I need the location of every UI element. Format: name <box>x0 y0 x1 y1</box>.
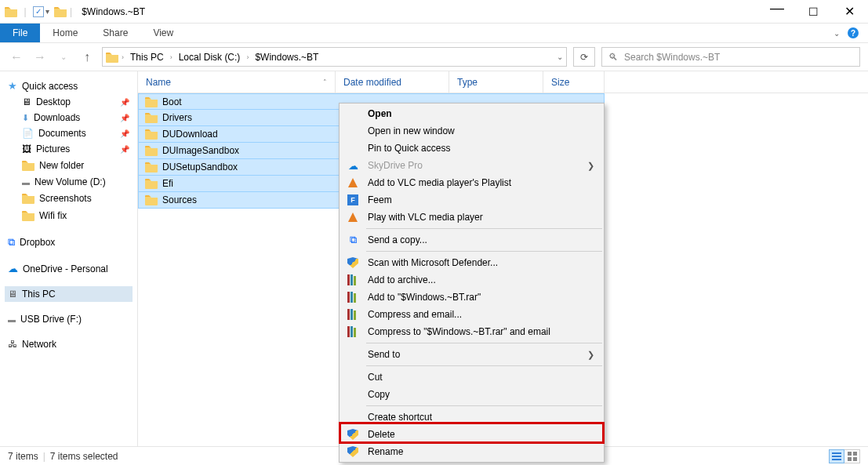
pin-icon: 📌 <box>120 129 129 138</box>
sidebar-item[interactable]: Wifi fix <box>5 207 133 224</box>
context-item[interactable]: FFeem <box>340 191 604 209</box>
qat-properties-icon[interactable]: ✓ <box>33 6 44 17</box>
context-item[interactable]: Cut <box>340 369 604 386</box>
dropbox-icon <box>8 236 15 249</box>
context-item[interactable]: Add to VLC media player's Playlist <box>340 174 604 191</box>
folder-icon <box>145 111 158 124</box>
context-item[interactable]: Compress and email... <box>340 306 604 323</box>
refresh-button[interactable]: ⟳ <box>573 47 595 67</box>
sidebar-item-label: New folder <box>39 160 84 171</box>
sidebar-dropbox[interactable]: Dropbox <box>5 234 133 251</box>
sidebar-usb-drive[interactable]: USB Drive (F:) <box>5 311 133 327</box>
cloud-icon <box>348 160 358 172</box>
context-item[interactable]: Scan with Microsoft Defender... <box>340 254 604 271</box>
sidebar-item-label: Wifi fix <box>39 210 67 221</box>
crumb-this-pc[interactable]: This PC <box>127 52 167 63</box>
sidebar-this-pc[interactable]: This PC <box>5 286 133 302</box>
sidebar-item[interactable]: Documents📌 <box>5 125 133 141</box>
blank-icon <box>346 124 360 138</box>
drive-icon <box>22 176 30 187</box>
maximize-button[interactable]: ☐ <box>805 5 821 18</box>
context-item-label: Copy <box>368 389 579 400</box>
context-item[interactable]: Open <box>340 105 604 122</box>
sidebar-item[interactable]: Desktop📌 <box>5 94 133 110</box>
sidebar-item[interactable]: Screenshots <box>5 190 133 207</box>
help-icon[interactable]: ? <box>848 27 859 38</box>
app-folder-icon <box>5 5 17 18</box>
sidebar-label: Quick access <box>22 81 78 92</box>
svg-rect-6 <box>853 457 857 461</box>
tab-home[interactable]: Home <box>40 24 90 42</box>
minimize-button[interactable]: — <box>769 0 785 16</box>
pic-icon <box>22 143 31 154</box>
address-bar[interactable]: › This PC › Local Disk (C:) › $Windows.~… <box>102 47 567 67</box>
crumb-sep-icon[interactable]: › <box>122 53 124 61</box>
sidebar-item[interactable]: New folder <box>5 157 133 174</box>
file-tab[interactable]: File <box>0 24 40 42</box>
context-item[interactable]: Open in new window <box>340 122 604 140</box>
column-date[interactable]: Date modified <box>336 71 449 93</box>
crumb-current[interactable]: $Windows.~BT <box>252 52 321 63</box>
uac-shield-icon <box>347 446 358 457</box>
context-separator <box>366 365 602 366</box>
crumb-local-disk[interactable]: Local Disk (C:) <box>176 52 244 63</box>
context-item-label: Delete <box>368 429 579 440</box>
context-item[interactable]: Rename <box>340 443 604 460</box>
sidebar-network[interactable]: Network <box>5 336 133 352</box>
file-name: Drivers <box>162 112 192 123</box>
context-item[interactable]: Pin to Quick access <box>340 140 604 157</box>
sidebar-item[interactable]: Pictures📌 <box>5 141 133 157</box>
recent-locations-icon[interactable]: ⌄ <box>55 53 72 61</box>
column-name[interactable]: Name ˄ <box>138 71 336 93</box>
pc-icon <box>8 289 17 300</box>
context-item-label: Feem <box>368 194 579 205</box>
archive-icon <box>347 292 358 303</box>
context-item[interactable]: Play with VLC media player <box>340 209 604 226</box>
back-button[interactable]: ← <box>8 50 25 64</box>
crumb-sep-icon[interactable]: › <box>246 53 249 61</box>
tab-view[interactable]: View <box>140 24 186 42</box>
search-box[interactable]: 🔍︎ Search $Windows.~BT <box>601 47 860 67</box>
context-item[interactable]: Delete <box>340 426 604 443</box>
tab-share[interactable]: Share <box>90 24 140 42</box>
address-dropdown-icon[interactable]: ⌄ <box>557 53 563 61</box>
crumb-sep-icon[interactable]: › <box>170 53 173 61</box>
ribbon-expand-icon[interactable]: ⌄ <box>833 29 840 38</box>
context-item[interactable]: Send a copy... <box>340 231 604 249</box>
folder-icon <box>145 96 158 108</box>
sidebar-item-label: Screenshots <box>39 193 92 204</box>
svg-rect-1 <box>832 456 841 457</box>
context-separator <box>366 343 602 343</box>
context-item[interactable]: Add to archive... <box>340 271 604 289</box>
up-button[interactable]: ↑ <box>78 50 96 64</box>
monitor-icon <box>22 96 31 107</box>
folder-icon <box>145 177 158 190</box>
context-item[interactable]: Copy <box>340 386 604 403</box>
navigation-pane: Quick access Desktop📌Downloads📌Documents… <box>0 71 138 446</box>
close-button[interactable]: ✕ <box>841 4 857 19</box>
context-separator <box>366 228 602 229</box>
context-item[interactable]: Send to❯ <box>340 346 604 363</box>
context-item-label: SkyDrive Pro <box>368 160 579 171</box>
context-item[interactable]: Compress to "$Windows.~BT.rar" and email <box>340 323 604 340</box>
column-type[interactable]: Type <box>449 71 543 93</box>
title-bar: | ✓ ▾ | $Windows.~BT — ☐ ✕ <box>0 0 868 24</box>
folder-icon <box>22 192 35 205</box>
sidebar-quick-access[interactable]: Quick access <box>5 78 133 94</box>
sidebar-item[interactable]: Downloads📌 <box>5 110 133 125</box>
qat-chevron-icon[interactable]: ▾ <box>45 7 49 16</box>
sidebar-item[interactable]: New Volume (D:) <box>5 174 133 190</box>
sidebar-item-label: Downloads <box>34 112 80 123</box>
column-size[interactable]: Size <box>543 71 605 93</box>
submenu-arrow-icon: ❯ <box>587 350 594 360</box>
context-item-label: Rename <box>368 446 579 457</box>
context-item[interactable]: Add to "$Windows.~BT.rar" <box>340 289 604 306</box>
view-details-button[interactable] <box>829 449 844 463</box>
forward-button[interactable]: → <box>31 50 49 64</box>
context-item-label: Pin to Quick access <box>368 143 579 154</box>
view-large-icons-button[interactable] <box>844 449 860 463</box>
context-item[interactable]: Create shortcut <box>340 409 604 426</box>
sidebar-onedrive[interactable]: OneDrive - Personal <box>5 260 133 277</box>
pin-icon: 📌 <box>120 145 129 154</box>
context-item-label: Create shortcut <box>368 412 579 423</box>
